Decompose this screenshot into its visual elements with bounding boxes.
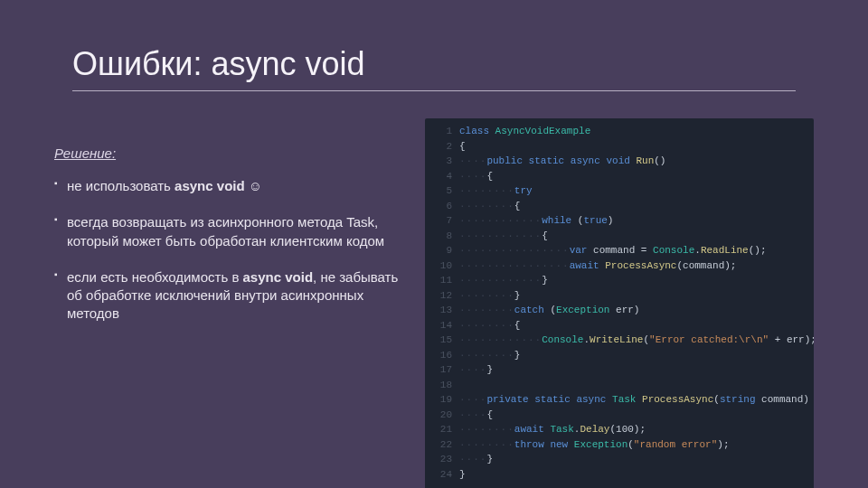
code-token: AsyncVoidExample xyxy=(495,126,591,136)
code-line: 24} xyxy=(434,467,805,483)
code-token: "Error catched:\r\n" xyxy=(649,334,769,345)
code-token: ( xyxy=(713,394,720,405)
line-number: 1 xyxy=(434,124,452,139)
code-line: 5········try xyxy=(434,183,805,199)
whitespace-dots: ···· xyxy=(459,409,486,420)
whitespace-dots: ···· xyxy=(459,364,486,375)
whitespace-dots: ···· xyxy=(459,171,486,182)
code-token: { xyxy=(542,230,548,241)
code-token: true xyxy=(583,215,607,226)
bullet-text: ☺ xyxy=(245,178,262,193)
line-number: 7 xyxy=(434,213,452,229)
code-token: catch xyxy=(514,305,551,315)
code-token: } xyxy=(486,364,493,375)
code-token: } xyxy=(514,290,521,301)
code-line: 8············{ xyxy=(434,229,805,244)
whitespace-dots: ············ xyxy=(459,275,542,286)
whitespace-dots: ········ xyxy=(459,350,514,361)
code-token: ProcessAsync xyxy=(605,260,676,271)
code-line: 11············} xyxy=(434,273,805,288)
whitespace-dots: ···· xyxy=(459,394,486,405)
bullet-bold: async void xyxy=(243,269,314,285)
line-number: 19 xyxy=(434,392,452,408)
whitespace-dots: ········ xyxy=(459,185,514,196)
line-number: 20 xyxy=(434,408,452,423)
bullet-item: не использовать async void ☺ xyxy=(54,177,407,195)
code-line: 4····{ xyxy=(434,169,805,184)
code-token: { xyxy=(459,141,466,152)
line-number: 5 xyxy=(434,183,452,199)
code-token: } xyxy=(486,454,493,465)
code-token: { xyxy=(514,320,521,331)
code-token: ProcessAsync xyxy=(642,394,713,405)
whitespace-dots: ········ xyxy=(459,320,514,331)
line-number: 13 xyxy=(434,303,452,318)
solution-label: Решение: xyxy=(54,145,407,161)
text-column: Решение: не использовать async void ☺все… xyxy=(54,118,407,488)
code-token: Console xyxy=(653,245,694,256)
line-number: 3 xyxy=(434,154,452,169)
whitespace-dots: ················ xyxy=(459,245,570,256)
line-number: 22 xyxy=(434,437,452,453)
line-number: 16 xyxy=(434,348,452,363)
code-token: Task xyxy=(612,394,642,405)
code-token: command = xyxy=(593,245,653,256)
code-line: 15············Console.WriteLine("Error c… xyxy=(434,333,805,348)
code-line: 18 xyxy=(434,378,805,393)
code-line: 12········} xyxy=(434,288,805,304)
bullet-bold: async void xyxy=(175,178,245,193)
code-line: 3····public static async void Run() xyxy=(434,154,805,169)
code-token: string xyxy=(720,394,756,405)
code-token: err) xyxy=(609,305,639,315)
bullet-text: всегда возвращать из асинхронного метода… xyxy=(67,214,384,248)
content-row: Решение: не использовать async void ☺все… xyxy=(54,118,814,488)
code-line: 17····} xyxy=(434,362,805,378)
code-token: var xyxy=(570,245,593,256)
code-block: 1class AsyncVoidExample2{3····public sta… xyxy=(425,118,814,488)
code-line: 20····{ xyxy=(434,408,805,423)
line-number: 12 xyxy=(434,288,452,304)
code-line: 2{ xyxy=(434,139,805,155)
code-token: Exception xyxy=(574,439,627,450)
code-token: while xyxy=(542,215,578,226)
whitespace-dots: ············ xyxy=(459,230,542,241)
code-token: public static async void xyxy=(486,155,636,166)
bullet-item: всегда возвращать из асинхронного метода… xyxy=(54,213,407,250)
line-number: 14 xyxy=(434,318,452,333)
code-line: 21········await Task.Delay(100); xyxy=(434,422,805,437)
bullet-item: если есть необходимость в async void, не… xyxy=(54,268,407,324)
code-token: (100); xyxy=(609,424,646,435)
code-token: command) xyxy=(755,394,808,405)
line-number: 10 xyxy=(434,258,452,274)
code-token: { xyxy=(514,201,521,211)
code-token: } xyxy=(542,275,548,286)
code-token: "random error" xyxy=(634,439,717,450)
code-line: 6········{ xyxy=(434,199,805,214)
code-token: } xyxy=(459,469,466,480)
code-line: 1class AsyncVoidExample xyxy=(434,124,805,139)
slide: Ошибки: async void Решение: не использов… xyxy=(0,0,868,488)
line-number: 15 xyxy=(434,333,452,348)
code-line: 9················var command = Console.R… xyxy=(434,243,805,258)
code-token: Console xyxy=(542,334,583,345)
whitespace-dots: ············ xyxy=(459,334,542,345)
code-token: private static async xyxy=(486,394,612,405)
code-token: } xyxy=(514,350,521,361)
code-token: ) xyxy=(608,215,614,226)
slide-title: Ошибки: async void xyxy=(72,45,796,91)
whitespace-dots: ···· xyxy=(459,155,486,166)
code-token: Run xyxy=(636,155,654,166)
code-token: throw new xyxy=(514,439,574,450)
code-line: 19····private static async Task ProcessA… xyxy=(434,392,805,408)
code-token: . xyxy=(694,245,701,256)
code-token: Delay xyxy=(580,424,609,435)
code-lines: 1class AsyncVoidExample2{3····public sta… xyxy=(434,124,805,482)
line-number: 6 xyxy=(434,199,452,214)
line-number: 18 xyxy=(434,378,452,393)
code-line: 14········{ xyxy=(434,318,805,333)
code-token: ReadLine xyxy=(701,245,749,256)
whitespace-dots: ········ xyxy=(459,201,514,211)
code-line: 7············while (true) xyxy=(434,213,805,229)
code-token: try xyxy=(514,185,533,196)
code-line: 22········throw new Exception("random er… xyxy=(434,437,805,453)
